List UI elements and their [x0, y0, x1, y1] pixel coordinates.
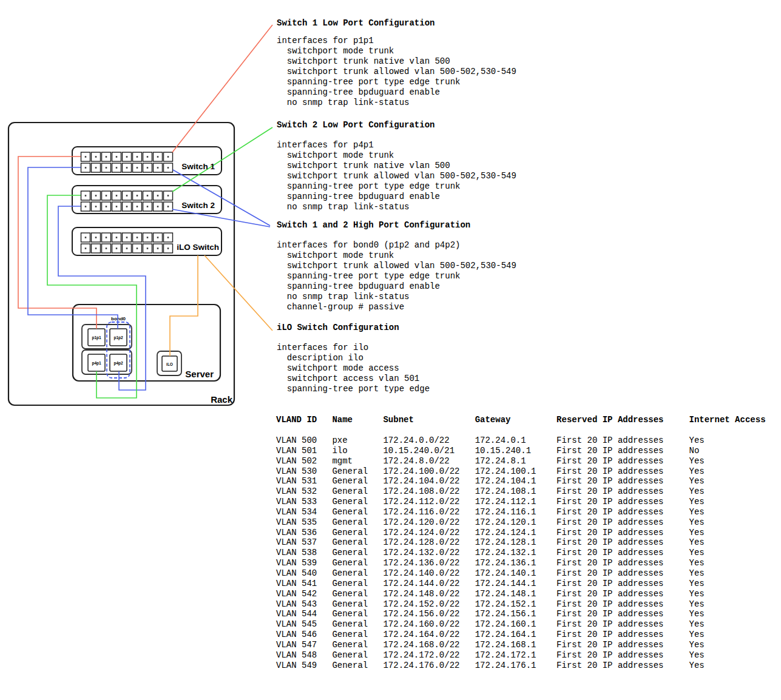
- config-title-high-port: Switch 1 and 2 High Port Configuration: [277, 220, 470, 231]
- switch-port-dot: [167, 206, 169, 207]
- ilo-switch-label: iLO Switch: [177, 243, 219, 252]
- switch-port-dot: [95, 167, 97, 169]
- switch-port-dot: [116, 167, 118, 169]
- config-title-switch2-low: Switch 2 Low Port Configuration: [277, 120, 434, 130]
- switch-port-dot: [95, 156, 97, 158]
- config-title-switch1-low: Switch 1 Low Port Configuration: [277, 18, 434, 29]
- rack-label: Rack: [211, 394, 233, 405]
- switch-port-dot: [157, 237, 159, 238]
- switch-port-dot: [126, 195, 128, 197]
- switch-port-dot: [106, 156, 107, 158]
- switch-port-dot: [137, 237, 138, 238]
- switch-port-dot: [137, 206, 138, 207]
- switch-port-dot: [147, 195, 149, 197]
- switch-port-dot: [106, 167, 107, 169]
- switch-port-dot: [95, 206, 97, 207]
- server-label: Server: [185, 369, 214, 379]
- port-label-ilo: iLO: [166, 362, 173, 366]
- config-body-switch1-low: interfaces for p1p1 switchport mode trun…: [277, 36, 516, 108]
- port-label-p4p2: p4p2: [113, 361, 123, 366]
- switch-port-dot: [137, 167, 138, 169]
- switch-port-dot: [157, 247, 159, 249]
- switch-port-dot: [116, 206, 118, 207]
- switch-2-label: Switch 2: [181, 201, 215, 210]
- switch-port-dot: [126, 156, 128, 158]
- port-label-p4p1: p4p1: [92, 361, 101, 366]
- switch-port-dot: [157, 167, 159, 169]
- switch-port-dot: [116, 247, 118, 249]
- switch-port-dot: [167, 167, 169, 169]
- switch-port-dot: [116, 195, 118, 197]
- switch-port-dot: [137, 247, 138, 249]
- switch-port-dot: [85, 237, 87, 238]
- switch-port-dot: [106, 195, 107, 197]
- switch-port-dot: [106, 237, 107, 238]
- switch-port-dot: [167, 247, 169, 249]
- switch-port-dot: [85, 247, 87, 249]
- switch-port-dot: [116, 156, 118, 158]
- switch-port-dot: [137, 156, 138, 158]
- port-label-p1p1: p1p1: [92, 335, 101, 340]
- switch-1-label: Switch 1: [181, 162, 215, 171]
- switch-port-dot: [147, 247, 149, 249]
- config-body-ilo-switch: interfaces for ilo description ilo switc…: [277, 343, 430, 394]
- config-body-high-port: interfaces for bond0 (p1p2 and p4p2) swi…: [277, 240, 516, 312]
- switch-port-dot: [167, 237, 169, 238]
- switch-port-dot: [85, 156, 87, 158]
- switch-port-dot: [95, 247, 97, 249]
- switch-port-dot: [126, 206, 128, 207]
- switch-port-dot: [85, 206, 87, 207]
- switch-port-dot: [126, 167, 128, 169]
- switch-port-dot: [167, 156, 169, 158]
- switch-port-dot: [147, 167, 149, 169]
- vlan-table-header: VLAND ID Name Subnet Gateway Reserved IP…: [276, 415, 766, 425]
- switch-port-dot: [85, 167, 87, 169]
- switch-port-dot: [126, 247, 128, 249]
- switch-port-dot: [95, 195, 97, 197]
- switch-port-dot: [167, 195, 169, 197]
- switch-port-dot: [147, 206, 149, 207]
- switch-port-dot: [137, 195, 138, 197]
- switch-port-dot: [147, 156, 149, 158]
- switch-port-dot: [147, 237, 149, 238]
- config-title-ilo-switch: iLO Switch Configuration: [277, 323, 399, 333]
- page: p1p1 p1p2 p4p1 p4p2 bond0 iLO Switch 1 S…: [0, 0, 781, 700]
- vlan-table-rows: VLAN 500 pxe 172.24.0.0/22 172.24.0.1 Fi…: [276, 436, 705, 670]
- network-diagram: p1p1 p1p2 p4p1 p4p2 bond0 iLO Switch 1 S…: [0, 0, 279, 419]
- switch-port-dot: [106, 247, 107, 249]
- switch-port-dot: [157, 206, 159, 207]
- switch-port-dot: [95, 237, 97, 238]
- switch-port-dot: [106, 206, 107, 207]
- switch-port-dot: [157, 195, 159, 197]
- bond0-label: bond0: [111, 316, 126, 321]
- port-label-p1p2: p1p2: [113, 335, 123, 340]
- switch-port-dot: [116, 237, 118, 238]
- switch-port-dot: [126, 237, 128, 238]
- config-body-switch2-low: interfaces for p4p1 switchport mode trun…: [277, 140, 516, 212]
- switch-port-dot: [85, 195, 87, 197]
- switch-port-dot: [157, 156, 159, 158]
